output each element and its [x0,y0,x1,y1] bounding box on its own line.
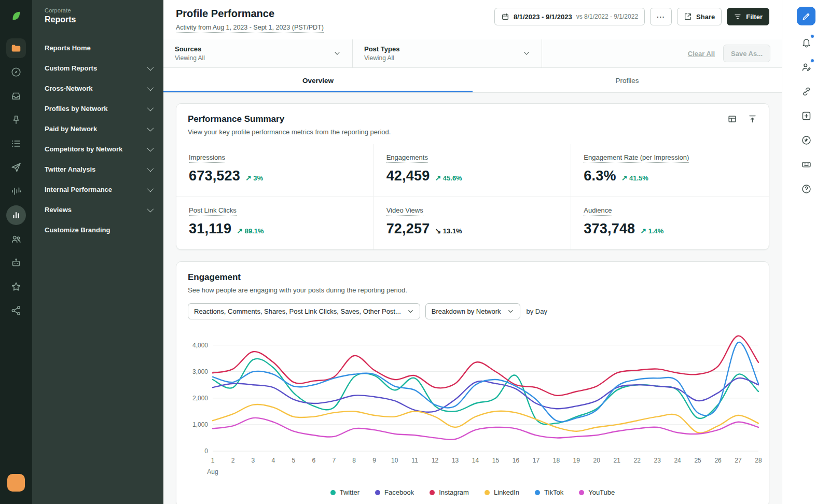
listening-icon[interactable] [6,181,26,201]
bot-icon[interactable] [6,253,26,273]
clear-all-link[interactable]: Clear All [688,50,715,58]
add-square-icon[interactable] [796,106,816,125]
help-icon[interactable] [796,179,816,199]
engagement-header: Engagement See how people are engaging w… [176,262,769,302]
sidebar-item-label: Reviews [45,206,72,214]
header-actions: 8/1/2023 - 9/1/2023 vs 8/1/2022 - 9/1/20… [494,8,769,25]
metric-label[interactable]: Audience [584,206,612,216]
link-icon[interactable] [796,81,816,101]
user-edit-icon[interactable] [796,57,816,77]
legend-item-tiktok[interactable]: TikTok [535,488,563,496]
sidebar-item-reviews[interactable]: Reviews [45,200,163,220]
sidebar-item-cross-network[interactable]: Cross-Network [45,78,163,99]
metric-trend: ↘ 13.1% [435,227,462,235]
svg-text:16: 16 [513,457,520,464]
sidebar-item-custom-reports[interactable]: Custom Reports [45,58,163,78]
metric-value: 31,119 [189,221,231,237]
svg-text:1,000: 1,000 [192,421,208,428]
sidebar-item-internal-performance[interactable]: Internal Performance [45,179,163,200]
sprout-logo[interactable] [6,6,26,26]
filter-button[interactable]: Filter [727,8,769,25]
svg-text:24: 24 [674,457,681,464]
sidebar-item-reports-home[interactable]: Reports Home [45,38,163,58]
compose-icon[interactable] [797,7,815,25]
svg-text:15: 15 [492,457,500,464]
tab-profiles[interactable]: Profiles [473,68,782,92]
engagement-title: Engagement [188,272,407,283]
share-button[interactable]: Share [677,8,722,25]
filter-label: Filter [746,13,763,21]
legend-item-facebook[interactable]: Facebook [375,488,414,496]
list-icon[interactable] [6,134,26,153]
notification-dot [810,59,814,63]
send-icon[interactable] [6,158,26,177]
sidebar-item-paid-by-network[interactable]: Paid by Network [45,119,163,139]
chevron-down-icon [407,308,414,315]
metric-engagement-rate: Engagement Rate (per Impression) 6.3% ↗ … [571,144,769,197]
folder-icon[interactable] [6,38,26,58]
svg-text:17: 17 [533,457,540,464]
reporting-period-text[interactable]: Activity from Aug 1, 2023 - Sept 1, 2023… [176,24,324,33]
table-view-icon[interactable] [727,114,737,124]
svg-text:8: 8 [352,457,356,464]
metric-label[interactable]: Engagement Rate (per Impression) [584,153,689,163]
export-icon[interactable] [748,114,757,124]
chevron-down-icon [147,206,154,213]
metric-value: 673,523 [189,168,240,184]
keyboard-icon[interactable] [796,155,816,174]
metric-engagements: Engagements 42,459 ↗ 45.6% [374,144,572,197]
legend-item-twitter[interactable]: Twitter [330,488,359,496]
sources-label: Sources [175,45,205,53]
page-title: Profile Performance [176,8,324,20]
bar-chart-icon[interactable] [6,205,26,225]
metric-label[interactable]: Post Link Clicks [189,206,237,216]
network-icon[interactable] [6,301,26,320]
granularity-label: by Day [527,307,547,315]
filter-bar: Sources Viewing All Post Types Viewing A… [163,39,782,68]
inbox-icon[interactable] [6,86,26,106]
metric-video-views: Video Views 72,257 ↘ 13.1% [374,197,572,249]
bell-icon[interactable] [796,33,816,52]
compass-icon[interactable] [6,62,26,82]
metric-label[interactable]: Engagements [386,153,428,163]
post-types-dropdown[interactable]: Post Types Viewing All [353,39,542,67]
pin-icon[interactable] [6,110,26,130]
sidebar-item-competitors-by-network[interactable]: Competitors by Network [45,139,163,159]
save-as-button[interactable]: Save As... [723,45,770,62]
engagement-controls: Reactions, Comments, Shares, Post Link C… [176,302,769,321]
svg-text:4: 4 [272,457,275,464]
sources-dropdown[interactable]: Sources Viewing All [163,39,353,67]
chevron-down-icon [147,165,154,172]
bird-icon[interactable] [796,130,816,150]
metric-label[interactable]: Video Views [386,206,423,216]
star-icon[interactable] [6,277,26,297]
engagement-card: Engagement See how people are engaging w… [176,261,769,504]
sidebar-item-twitter-analysis[interactable]: Twitter Analysis [45,159,163,179]
main-content: Profile Performance Activity from Aug 1,… [163,0,782,504]
sidebar-item-customize-branding[interactable]: Customize Branding [45,220,163,240]
breakdown-select[interactable]: Breakdown by Network [425,303,520,319]
sidebar-item-label: Cross-Network [45,85,92,92]
sources-value: Viewing All [175,54,205,62]
svg-text:3,000: 3,000 [192,368,208,375]
engagement-metric-select[interactable]: Reactions, Comments, Shares, Post Link C… [188,303,420,319]
user-avatar[interactable] [7,474,25,492]
metric-label[interactable]: Impressions [189,153,225,163]
sidebar-item-label: Paid by Network [45,125,97,133]
people-icon[interactable] [6,229,26,249]
tab-overview[interactable]: Overview [163,68,473,92]
svg-text:28: 28 [755,457,762,464]
filter-bar-actions: Clear All Save As... [688,39,782,67]
chevron-down-icon [147,85,154,91]
sidebar-eyebrow: Corporate [45,7,163,13]
metric-value: 72,257 [386,221,430,237]
sidebar-item-label: Twitter Analysis [45,165,95,173]
date-range-button[interactable]: 8/1/2023 - 9/1/2023 vs 8/1/2022 - 9/1/20… [494,8,645,25]
svg-text:2: 2 [231,457,235,464]
legend-item-linkedin[interactable]: LinkedIn [485,488,519,496]
sidebar-item-profiles-by-network[interactable]: Profiles by Network [45,99,163,119]
legend-item-youtube[interactable]: YouTube [579,488,615,496]
chevron-down-icon [523,50,530,57]
legend-item-instagram[interactable]: Instagram [430,488,469,496]
more-options-button[interactable]: ··· [650,8,672,25]
